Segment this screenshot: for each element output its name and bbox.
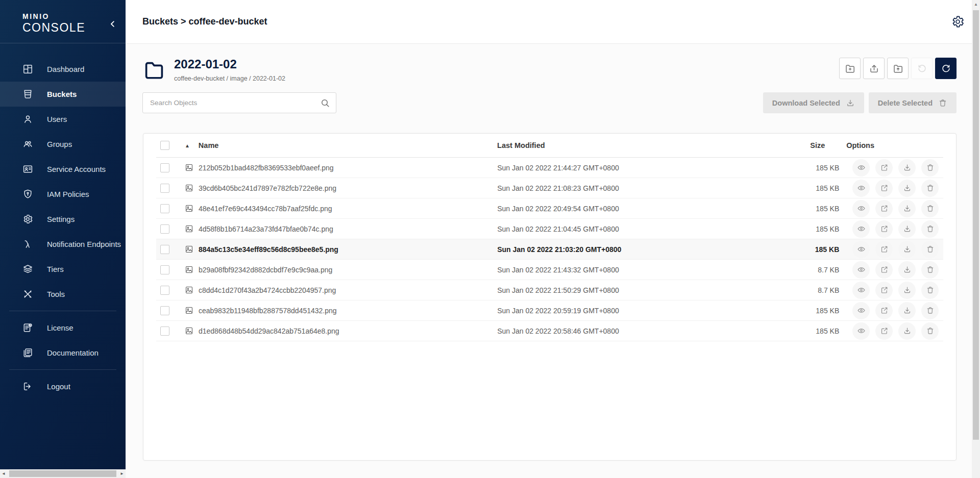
download-object-button[interactable] [898, 200, 916, 217]
table-row[interactable]: 884a5c13c5e34eff89c56d8c95bee8e5.pngSun … [156, 239, 943, 260]
refresh-button[interactable] [935, 58, 957, 79]
sidebar-item-license[interactable]: License [0, 315, 126, 340]
horizontal-scrollbar-thumb[interactable] [9, 470, 116, 477]
header-name[interactable]: ▲ Name [185, 141, 497, 149]
download-object-button[interactable] [898, 261, 916, 279]
download-object-button[interactable] [898, 282, 916, 299]
preview-object-button[interactable] [852, 200, 870, 217]
preview-object-button[interactable] [852, 261, 870, 279]
breadcrumb[interactable]: Buckets > coffee-dev-bucket [142, 16, 267, 27]
object-name[interactable]: 212b052b1bad482fb8369533ebf0aeef.png [199, 164, 334, 172]
preview-object-button[interactable] [852, 180, 870, 197]
delete-selected-button[interactable]: Delete Selected [869, 92, 957, 113]
sidebar-item-buckets[interactable]: Buckets [0, 82, 126, 107]
sidebar-item-documentation[interactable]: Documentation [0, 340, 126, 365]
table-row[interactable]: c8dd4c1d270f43a2b4724ccbb2204957.pngSun … [156, 280, 943, 300]
download-object-button[interactable] [898, 220, 916, 238]
preview-object-button[interactable] [852, 220, 870, 238]
share-object-button[interactable] [875, 282, 893, 299]
object-name[interactable]: c8dd4c1d270f43a2b4724ccbb2204957.png [199, 286, 336, 294]
row-checkbox[interactable] [160, 184, 169, 193]
delete-object-button[interactable] [921, 220, 939, 238]
preview-object-button[interactable] [852, 302, 870, 319]
row-checkbox[interactable] [160, 163, 169, 172]
share-object-button[interactable] [875, 159, 893, 177]
settings-gear-icon[interactable] [951, 15, 965, 29]
share-object-button[interactable] [875, 241, 893, 258]
sidebar-item-notification-endpoints[interactable]: Notification Endpoints [0, 232, 126, 257]
sidebar-collapse-icon[interactable] [108, 19, 117, 29]
delete-object-button[interactable] [921, 241, 939, 258]
table-row[interactable]: d1ed868d48b54dd29ac842ab751a64e8.pngSun … [156, 321, 943, 341]
delete-object-button[interactable] [921, 322, 939, 340]
rewind-button[interactable] [911, 58, 933, 79]
share-object-button[interactable] [875, 302, 893, 319]
row-checkbox[interactable] [160, 286, 169, 295]
row-checkbox-cell [156, 286, 185, 295]
upload-folder-button[interactable] [887, 58, 909, 79]
delete-object-button[interactable] [921, 282, 939, 299]
object-name[interactable]: ceab9832b11948bfb2887578dd451432.png [199, 307, 337, 315]
table-row[interactable]: 212b052b1bad482fb8369533ebf0aeef.pngSun … [156, 158, 943, 178]
sidebar-item-iam-policies[interactable]: IAM Policies [0, 182, 126, 207]
search-input[interactable] [143, 93, 336, 113]
vertical-scrollbar-thumb[interactable] [973, 10, 979, 440]
row-checkbox[interactable] [160, 326, 169, 336]
delete-object-button[interactable] [921, 200, 939, 217]
delete-object-button[interactable] [921, 261, 939, 279]
share-object-button[interactable] [875, 322, 893, 340]
preview-object-button[interactable] [852, 282, 870, 299]
horizontal-scrollbar[interactable]: ◄ ► [0, 469, 126, 478]
scroll-up-arrow-icon[interactable]: ▲ [972, 0, 980, 8]
table-row[interactable]: ceab9832b11948bfb2887578dd451432.pngSun … [156, 300, 943, 321]
header-name-label: Name [199, 141, 219, 149]
vertical-scrollbar[interactable]: ▲ [972, 0, 980, 478]
sidebar-item-logout[interactable]: Logout [0, 374, 126, 399]
object-name[interactable]: d1ed868d48b54dd29ac842ab751a64e8.png [199, 327, 339, 335]
cell-options [839, 282, 943, 299]
row-checkbox[interactable] [160, 265, 169, 274]
download-object-button[interactable] [898, 302, 916, 319]
row-checkbox[interactable] [160, 245, 169, 254]
table-row[interactable]: 48e41ef7e69c443494cc78b7aaf25fdc.pngSun … [156, 198, 943, 219]
object-name[interactable]: 39cd6b405bc241d7897e782fcb722e8e.png [199, 184, 336, 192]
download-object-button[interactable] [898, 180, 916, 197]
new-path-button[interactable] [839, 58, 861, 79]
row-checkbox[interactable] [160, 224, 169, 234]
share-object-button[interactable] [875, 180, 893, 197]
sidebar-item-settings[interactable]: Settings [0, 207, 126, 232]
delete-object-button[interactable] [921, 159, 939, 177]
object-name[interactable]: 48e41ef7e69c443494cc78b7aaf25fdc.png [199, 205, 332, 213]
download-object-button[interactable] [898, 159, 916, 177]
download-object-button[interactable] [898, 241, 916, 258]
object-name[interactable]: 884a5c13c5e34eff89c56d8c95bee8e5.png [199, 245, 338, 254]
search-icon [320, 98, 330, 108]
table-row[interactable]: 39cd6b405bc241d7897e782fcb722e8e.pngSun … [156, 178, 943, 198]
table-row[interactable]: b29a08fbf92342d882dcbdf7e9c9c9aa.pngSun … [156, 260, 943, 280]
delete-object-button[interactable] [921, 302, 939, 319]
sidebar-item-users[interactable]: Users [0, 107, 126, 132]
sidebar-item-tiers[interactable]: Tiers [0, 257, 126, 282]
sidebar-item-dashboard[interactable]: Dashboard [0, 57, 126, 82]
preview-object-button[interactable] [852, 159, 870, 177]
object-name[interactable]: 4d58f8b1b6714a23a73fd47bfae0b74c.png [199, 225, 333, 233]
select-all-checkbox[interactable] [160, 141, 169, 150]
delete-object-button[interactable] [921, 180, 939, 197]
row-checkbox[interactable] [160, 306, 169, 315]
row-checkbox[interactable] [160, 204, 169, 213]
table-row[interactable]: 4d58f8b1b6714a23a73fd47bfae0b74c.pngSun … [156, 219, 943, 239]
share-object-button[interactable] [875, 261, 893, 279]
share-object-button[interactable] [875, 200, 893, 217]
sidebar-item-groups[interactable]: Groups [0, 132, 126, 157]
sidebar-item-service-accounts[interactable]: Service Accounts [0, 157, 126, 182]
scroll-left-arrow-icon[interactable]: ◄ [0, 469, 7, 478]
scroll-right-arrow-icon[interactable]: ► [118, 469, 126, 478]
upload-file-button[interactable] [863, 58, 885, 79]
preview-object-button[interactable] [852, 322, 870, 340]
download-object-button[interactable] [898, 322, 916, 340]
preview-object-button[interactable] [852, 241, 870, 258]
sidebar-item-tools[interactable]: Tools [0, 282, 126, 307]
share-object-button[interactable] [875, 220, 893, 238]
object-name[interactable]: b29a08fbf92342d882dcbdf7e9c9c9aa.png [199, 266, 332, 274]
download-selected-button[interactable]: Download Selected [763, 92, 864, 113]
